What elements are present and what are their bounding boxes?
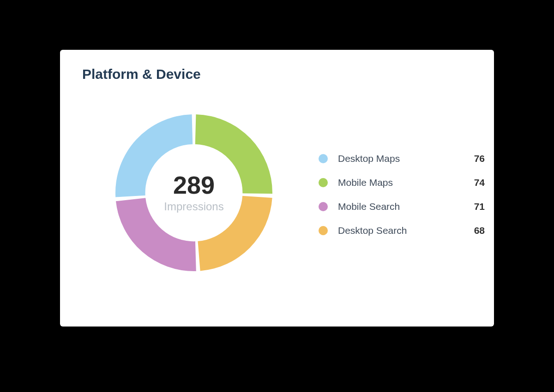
legend-swatch-icon	[319, 226, 328, 235]
donut-chart: 289 Impressions	[106, 105, 282, 280]
legend-label: Mobile Search	[338, 201, 463, 212]
legend-item: Desktop Maps 76	[319, 147, 485, 171]
legend-item: Mobile Search 71	[319, 195, 485, 219]
legend-item: Desktop Search 68	[319, 219, 485, 243]
donut-slice	[195, 114, 272, 194]
legend-label: Desktop Maps	[338, 153, 463, 164]
platform-device-card: Platform & Device 289 Impressions Deskto…	[60, 50, 494, 327]
legend-swatch-icon	[319, 154, 328, 163]
legend-swatch-icon	[319, 178, 328, 187]
legend-label: Mobile Maps	[338, 177, 463, 188]
donut-slice	[115, 114, 193, 197]
legend-swatch-icon	[319, 202, 328, 211]
legend-value: 74	[463, 177, 485, 188]
donut-svg	[106, 105, 282, 280]
donut-slice	[116, 198, 196, 271]
donut-slice	[198, 196, 272, 271]
legend-value: 76	[463, 153, 485, 164]
legend-label: Desktop Search	[338, 225, 463, 236]
legend: Desktop Maps 76 Mobile Maps 74 Mobile Se…	[319, 147, 485, 243]
legend-item: Mobile Maps 74	[319, 171, 485, 195]
legend-value: 68	[463, 225, 485, 236]
card-title: Platform & Device	[82, 66, 201, 82]
legend-value: 71	[463, 201, 485, 212]
